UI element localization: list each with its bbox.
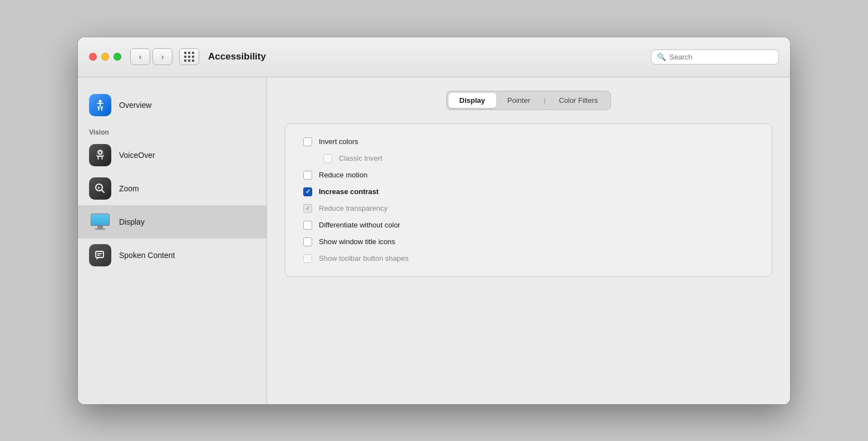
classic-invert-label: Classic Invert [339, 154, 382, 162]
right-panel: Display Pointer | Color Filters Invert c… [267, 77, 790, 404]
zoom-icon: + [89, 177, 111, 200]
show-title-icons-label: Show window title icons [319, 237, 395, 246]
invert-colors-checkbox[interactable] [303, 137, 312, 146]
grid-icon [184, 52, 195, 62]
spoken-icon [89, 244, 111, 266]
search-icon: 🔍 [657, 53, 666, 61]
reduce-motion-row: Reduce motion [303, 171, 754, 180]
show-title-icons-row: Show window title icons [303, 237, 754, 246]
tab-color-filters[interactable]: Color Filters [548, 93, 609, 108]
invert-colors-row: Invert colors [303, 137, 754, 146]
sidebar-item-spoken[interactable]: Spoken Content [78, 239, 267, 272]
monitor-base [95, 229, 105, 230]
search-input[interactable] [669, 53, 773, 61]
sidebar-item-label: Display [119, 217, 145, 226]
show-title-icons-checkbox[interactable] [303, 237, 312, 246]
forward-icon: › [161, 52, 164, 61]
section-header-vision: Vision [78, 122, 267, 138]
spoken-svg [93, 249, 107, 262]
tab-separator: | [541, 96, 548, 105]
sidebar-item-overview[interactable]: Overview [78, 88, 267, 122]
grid-button[interactable] [179, 48, 199, 65]
monitor-screen [91, 214, 110, 226]
tab-pointer[interactable]: Pointer [496, 93, 541, 108]
classic-invert-checkbox[interactable] [323, 154, 332, 163]
differentiate-checkbox[interactable] [303, 221, 312, 230]
content-panel: Invert colors Classic Invert Reduce moti… [285, 123, 772, 277]
voiceover-svg [93, 148, 107, 162]
checkmark-light-icon: ✓ [305, 205, 310, 211]
svg-point-1 [98, 151, 102, 154]
show-toolbar-row: Show toolbar button shapes [303, 254, 754, 263]
sidebar-item-label: Spoken Content [119, 251, 175, 260]
main-content: Overview Vision VoiceOver [78, 77, 790, 404]
voiceover-icon [89, 144, 111, 166]
reduce-motion-checkbox[interactable] [303, 171, 312, 180]
nav-buttons: ‹ › [130, 48, 172, 65]
reduce-transparency-row: ✓ Reduce transparency [303, 204, 754, 213]
tab-display[interactable]: Display [448, 93, 496, 108]
accessibility-svg [93, 98, 107, 112]
sidebar-item-zoom[interactable]: + Zoom [78, 172, 267, 205]
checkmark-icon: ✓ [305, 189, 310, 195]
forward-button[interactable]: › [152, 48, 172, 65]
show-toolbar-checkbox[interactable] [303, 254, 312, 263]
sidebar: Overview Vision VoiceOver [78, 77, 267, 404]
increase-contrast-checkbox[interactable]: ✓ [303, 187, 312, 196]
tab-bar: Display Pointer | Color Filters [446, 91, 611, 110]
differentiate-row: Differentiate without color [303, 221, 754, 230]
sidebar-item-display[interactable]: Display [78, 205, 267, 239]
invert-colors-label: Invert colors [319, 137, 358, 146]
sidebar-item-label: VoiceOver [119, 151, 155, 160]
zoom-svg: + [93, 182, 107, 195]
back-icon: ‹ [139, 52, 142, 61]
page-title: Accessibility [208, 51, 651, 62]
traffic-lights [89, 53, 121, 61]
classic-invert-row: Classic Invert [303, 154, 754, 163]
sidebar-item-voiceover[interactable]: VoiceOver [78, 138, 267, 172]
increase-contrast-row: ✓ Increase contrast [303, 187, 754, 196]
sidebar-item-label: Overview [119, 101, 151, 110]
svg-text:+: + [97, 185, 100, 191]
svg-rect-5 [96, 251, 103, 257]
back-button[interactable]: ‹ [130, 48, 150, 65]
main-window: ‹ › Accessibility 🔍 [78, 37, 790, 404]
reduce-transparency-checkbox[interactable]: ✓ [303, 204, 312, 213]
accessibility-icon [89, 94, 111, 116]
display-icon [89, 211, 111, 233]
increase-contrast-label: Increase contrast [319, 187, 379, 196]
minimize-button[interactable] [101, 53, 109, 61]
maximize-button[interactable] [114, 53, 121, 61]
close-button[interactable] [89, 53, 97, 61]
show-toolbar-label: Show toolbar button shapes [319, 254, 408, 262]
search-box[interactable]: 🔍 [651, 49, 779, 65]
sidebar-item-label: Zoom [119, 184, 139, 193]
reduce-transparency-label: Reduce transparency [319, 204, 388, 212]
titlebar: ‹ › Accessibility 🔍 [78, 37, 790, 77]
differentiate-label: Differentiate without color [319, 221, 400, 229]
reduce-motion-label: Reduce motion [319, 171, 367, 179]
svg-point-0 [99, 100, 102, 102]
